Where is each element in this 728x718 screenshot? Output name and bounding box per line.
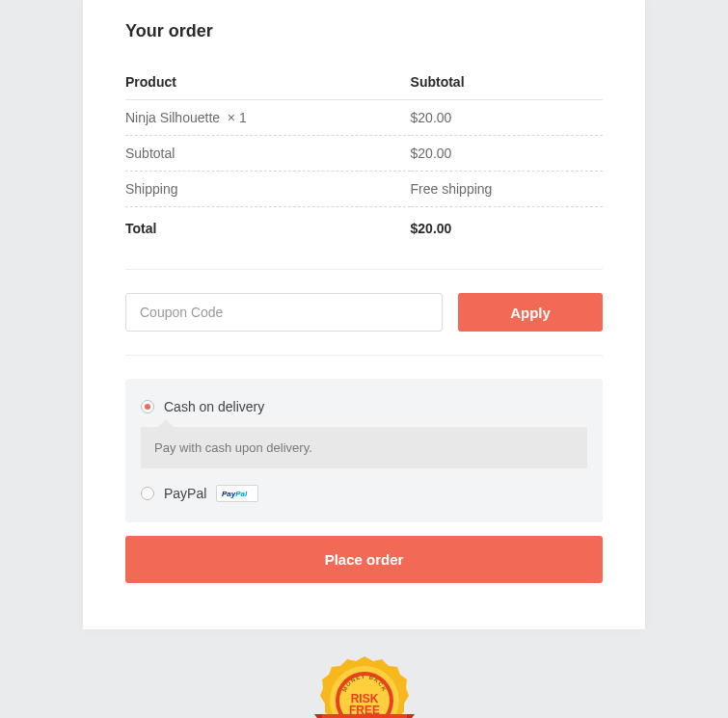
svg-text:PayPal: PayPal xyxy=(222,490,248,498)
order-card: Your order Product Subtotal Ninja Silhou… xyxy=(83,0,645,629)
line-item-price: $20.00 xyxy=(411,100,603,136)
total-row: Total $20.00 xyxy=(125,207,603,247)
subtotal-label: Subtotal xyxy=(125,136,411,172)
total-label: Total xyxy=(125,207,411,247)
divider xyxy=(125,355,603,356)
radio-paypal[interactable] xyxy=(141,487,154,500)
line-item-row: Ninja Silhouette × 1 $20.00 xyxy=(125,100,603,136)
money-back-badge-icon: MONEY BACK RISK FREE 30 DAY GUARANTEE xyxy=(309,656,420,718)
line-item-name: Ninja Silhouette xyxy=(125,110,220,125)
shipping-label: Shipping xyxy=(125,172,411,207)
order-title: Your order xyxy=(125,0,603,65)
shipping-row: Shipping Free shipping xyxy=(125,172,603,207)
paypal-logo-icon: PayPal xyxy=(216,485,258,502)
order-table: Product Subtotal Ninja Silhouette × 1 $2… xyxy=(125,65,603,246)
coupon-input[interactable] xyxy=(125,293,443,332)
place-order-button[interactable]: Place order xyxy=(125,536,603,583)
divider xyxy=(125,269,603,270)
total-value: $20.00 xyxy=(411,207,603,247)
payment-label-cod: Cash on delivery xyxy=(164,399,264,414)
refund-block: MONEY BACK RISK FREE 30 DAY GUARANTEE 30… xyxy=(0,629,728,718)
payment-methods: Cash on delivery Pay with cash upon deli… xyxy=(125,379,603,522)
payment-option-cod[interactable]: Cash on delivery xyxy=(135,396,593,417)
table-header-row: Product Subtotal xyxy=(125,65,603,100)
radio-cod[interactable] xyxy=(141,400,154,413)
apply-button[interactable]: Apply xyxy=(458,293,603,332)
line-item-qty: × 1 xyxy=(228,110,247,125)
coupon-row: Apply xyxy=(125,293,603,332)
subtotal-row: Subtotal $20.00 xyxy=(125,136,603,172)
payment-description-cod: Pay with cash upon delivery. xyxy=(141,427,587,468)
line-item-name-cell: Ninja Silhouette × 1 xyxy=(125,100,411,136)
shipping-value: Free shipping xyxy=(411,172,603,207)
header-product: Product xyxy=(125,65,411,100)
payment-label-paypal: PayPal xyxy=(164,486,206,501)
subtotal-value: $20.00 xyxy=(411,136,603,172)
payment-option-paypal[interactable]: PayPal PayPal xyxy=(135,482,593,505)
header-subtotal: Subtotal xyxy=(411,65,603,100)
